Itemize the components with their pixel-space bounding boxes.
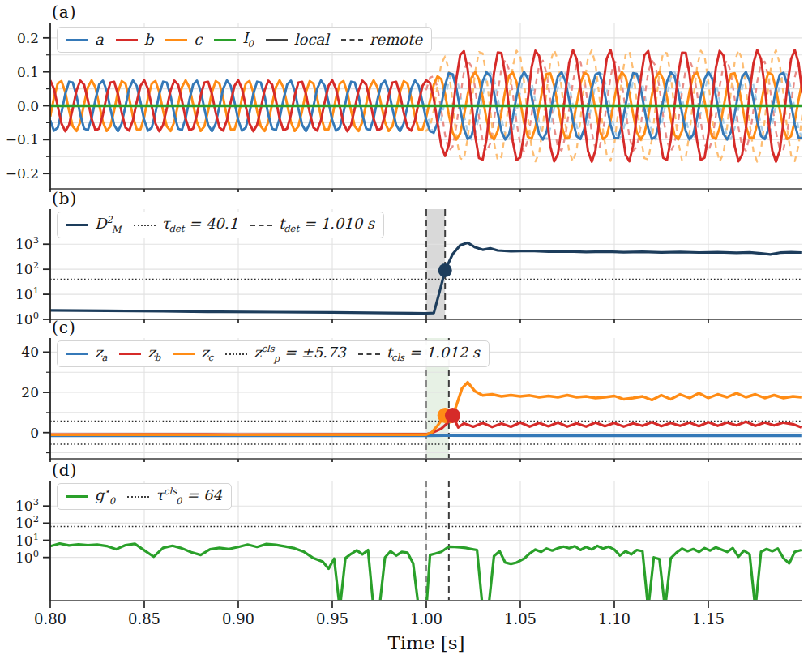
y-tick-label: −0.2 [6,165,39,182]
legend-solid-swatch [66,495,88,498]
panel-c-legend: zazbzczclsp = ±5.73tcls = 1.012 s [57,340,490,367]
panel-b-title: (b) [52,189,77,208]
legend-label: c [194,32,202,47]
x-tick-label: 1.10 [598,610,631,627]
figure: 0.20.10.0−0.1−0.210310210110040200103102… [0,0,808,672]
panel-a-legend: abcI0localremote [57,27,432,53]
legend-entry: remote [341,32,422,47]
legend-solid-swatch [116,39,138,41]
x-tick-label: 0.95 [316,610,348,627]
panel-d-title: (d) [52,460,77,480]
legend-entry: tdet = 1.010 s [250,216,374,234]
event-marker-dot [445,408,460,423]
x-tick-label: 1.05 [504,610,537,627]
y-tick-label: −0.1 [6,131,39,148]
legend-dotted-swatch [127,496,149,498]
y-tick-label: 103 [15,234,39,252]
legend-label: b [144,32,154,47]
y-tick-label: 103 [15,496,39,514]
legend-entry: c [165,32,202,47]
legend-dotted-swatch [134,225,156,226]
legend-entry: b [116,32,154,47]
panel-b-legend: D2Mτdet = 40.1tdet = 1.010 s [57,212,384,238]
panel-d-legend: g⋆0τcls0 = 64 [57,483,232,510]
x-tick-label: 1.00 [410,610,442,627]
legend-label: g⋆0 [95,487,115,506]
plot-canvas: 0.20.10.0−0.1−0.210310210110040200103102… [0,0,808,672]
legend-label: I0 [242,31,253,49]
legend-label: za [95,345,107,363]
legend-label: zclsp = ±5.73 [254,345,346,363]
legend-entry: I0 [214,31,253,49]
y-tick-label: 0.0 [17,98,39,114]
y-tick-label: 40 [21,344,39,360]
legend-entry: local [266,32,329,47]
legend-dotted-swatch [225,353,247,355]
y-tick-label: 0 [30,425,39,441]
x-axis-label: Time [s] [50,632,802,653]
legend-label: local [294,32,329,47]
y-tick-label: 20 [21,384,39,400]
y-tick-label: 100 [15,310,39,327]
y-tick-label: 101 [15,285,39,302]
legend-label: remote [370,32,422,47]
legend-entry: tcls = 1.012 s [358,345,480,363]
legend-entry: τcls0 = 64 [127,487,222,506]
legend-entry: zb [119,345,160,363]
legend-entry: zclsp = ±5.73 [225,345,346,363]
y-axis-ticks: 0.20.10.0−0.1−0.2 [6,30,50,182]
legend-entry: za [66,345,107,363]
legend-entry: D2M [66,216,122,234]
x-tick-label: 1.15 [692,610,725,627]
event-marker-dot [438,263,452,277]
x-axis-ticks: 0.800.850.900.951.001.051.101.15 [34,610,725,627]
legend-label: zb [147,345,160,363]
y-axis-ticks: 103102101100 [15,234,50,327]
legend-dashed-swatch [250,225,272,226]
legend-label: D2M [95,216,122,234]
legend-solid-swatch [214,39,236,41]
legend-entry: zc [173,345,213,363]
legend-solid-swatch [66,39,88,41]
legend-dashed-swatch [341,39,363,41]
y-axis-ticks: 103102101100 [15,496,50,565]
y-axis-ticks: 40200 [21,344,50,452]
legend-label: τdet = 40.1 [162,216,238,234]
legend-solid-swatch [66,353,88,355]
legend-solid-swatch [66,224,88,226]
legend-entry: a [66,32,104,47]
x-tick-label: 0.85 [128,610,160,627]
legend-label: tdet = 1.010 s [279,216,374,234]
legend-entry: τdet = 40.1 [134,216,238,234]
legend-label: a [95,32,104,47]
x-tick-label: 0.90 [222,610,254,627]
legend-solid-swatch [173,353,195,355]
legend-solid-swatch [119,353,141,355]
legend-solid-swatch [165,39,187,41]
y-tick-label: 100 [15,548,39,566]
legend-label: zc [201,345,213,363]
panel-c-title: (c) [52,318,76,337]
y-tick-label: 0.1 [17,64,39,80]
legend-entry: g⋆0 [66,487,115,506]
y-tick-label: 102 [15,513,39,531]
legend-dashed-swatch [358,353,380,355]
y-tick-label: 0.2 [17,30,39,46]
y-tick-label: 101 [15,531,39,549]
legend-solid-swatch [266,39,288,41]
x-tick-label: 0.80 [34,610,66,627]
y-tick-label: 102 [15,259,39,277]
panel-a-title: (a) [52,2,77,22]
legend-label: tcls = 1.012 s [387,345,480,363]
legend-label: τcls0 = 64 [156,487,222,506]
